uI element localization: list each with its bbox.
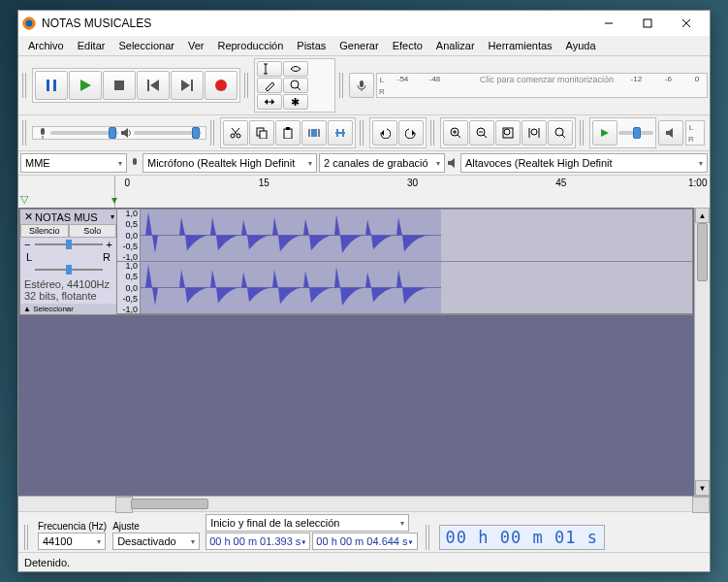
svg-line-48 xyxy=(458,135,460,138)
silence-button[interactable] xyxy=(328,120,353,146)
solo-button[interactable]: Solo xyxy=(69,224,117,238)
track-control-panel: ✕ NOTAS MUS ▾ Silencio Solo − + L xyxy=(20,210,117,314)
record-button[interactable] xyxy=(205,71,237,100)
timeshift-tool-button[interactable] xyxy=(257,94,282,110)
play-cursor-icon[interactable]: ▾ xyxy=(111,193,117,207)
zoom-toggle-button[interactable] xyxy=(548,120,573,146)
rec-meter-mic-icon[interactable] xyxy=(349,73,374,98)
grip-icon[interactable] xyxy=(210,120,216,146)
timeline-head: ▽ xyxy=(18,176,115,208)
menu-generar[interactable]: Generar xyxy=(333,38,384,53)
gain-slider[interactable]: − + xyxy=(20,238,116,251)
grip-icon[interactable] xyxy=(22,120,28,146)
selection-tool-button[interactable] xyxy=(257,61,282,77)
draw-tool-button[interactable] xyxy=(257,78,282,93)
zoom-tool-button[interactable] xyxy=(283,78,308,93)
track-menu-button[interactable]: ▾ xyxy=(111,212,114,221)
menu-ver[interactable]: Ver xyxy=(182,38,210,53)
speed-slider[interactable] xyxy=(618,131,653,135)
close-button[interactable] xyxy=(667,11,706,36)
amplitude-scale: 1,0 0,5 0,0 -0,5 -1,0 xyxy=(117,210,141,261)
selection-start-field[interactable]: 00 h 00 m 01.393 s▾ xyxy=(206,533,310,550)
copy-button[interactable] xyxy=(249,120,274,146)
rec-volume-slider[interactable] xyxy=(50,131,118,135)
redo-button[interactable] xyxy=(398,120,424,146)
scroll-up-button[interactable]: ▲ xyxy=(695,208,710,223)
skip-end-button[interactable] xyxy=(171,71,204,100)
play-device-combo[interactable]: Altavoces (Realtek High Definit▾ xyxy=(460,153,708,173)
rec-device-combo[interactable]: Micrófono (Realtek High Definit▾ xyxy=(142,153,317,173)
paste-button[interactable] xyxy=(275,120,301,146)
project-rate-combo[interactable]: 44100▾ xyxy=(38,533,106,550)
waveform-left-channel[interactable]: 1,0 0,5 0,0 -0,5 -1,0 xyxy=(117,210,692,262)
transport-group xyxy=(32,68,240,103)
stop-button[interactable] xyxy=(103,71,136,100)
fit-selection-button[interactable] xyxy=(495,120,521,146)
snap-combo[interactable]: Desactivado▾ xyxy=(112,533,200,550)
playback-meter[interactable]: L R xyxy=(685,120,705,146)
track-waveform-area[interactable]: 1,0 0,5 0,0 -0,5 -1,0 xyxy=(117,210,692,314)
play-at-speed-button[interactable] xyxy=(592,120,617,146)
timeline-ruler[interactable]: ▾ 0 15 30 45 1:00 xyxy=(115,176,710,208)
menu-seleccionar[interactable]: Seleccionar xyxy=(112,38,179,53)
grip-icon[interactable] xyxy=(430,120,436,146)
undo-button[interactable] xyxy=(372,120,397,146)
waveform-right-channel[interactable]: 1,0 0,5 0,0 -0,5 -1,0 xyxy=(117,262,692,314)
tools-group: ✱ xyxy=(254,58,335,113)
vertical-scrollbar[interactable]: ▲ ▼ xyxy=(694,208,710,496)
scroll-thumb[interactable] xyxy=(131,499,208,509)
grip-icon[interactable] xyxy=(580,120,586,146)
menu-reproduccion[interactable]: Reproducción xyxy=(211,38,289,53)
zoom-out-button[interactable] xyxy=(469,120,494,146)
waveform-svg xyxy=(141,210,441,261)
pause-button[interactable] xyxy=(35,71,68,100)
svg-marker-11 xyxy=(150,80,159,91)
selection-mode-combo[interactable]: Inicio y final de la selección▾ xyxy=(206,514,409,532)
svg-point-18 xyxy=(291,81,299,88)
horizontal-scrollbar[interactable] xyxy=(115,497,710,511)
audio-position-display[interactable]: 00 h 00 m 01 s xyxy=(439,525,605,550)
menu-pistas[interactable]: Pistas xyxy=(291,38,332,53)
multi-tool-button[interactable]: ✱ xyxy=(283,94,308,110)
zoom-in-button[interactable] xyxy=(443,120,468,146)
skip-start-button[interactable] xyxy=(137,71,170,100)
svg-marker-59 xyxy=(601,129,609,137)
track-close-button[interactable]: ✕ xyxy=(22,210,35,223)
titlebar: NOTAS MUSICALES xyxy=(18,11,710,36)
menu-ayuda[interactable]: Ayuda xyxy=(560,38,602,53)
svg-line-19 xyxy=(298,87,301,90)
track-name[interactable]: NOTAS MUS xyxy=(35,211,98,223)
grip-icon[interactable] xyxy=(24,525,30,550)
timeline[interactable]: ▽ ▾ 0 15 30 45 1:00 xyxy=(18,175,710,208)
menu-archivo[interactable]: Archivo xyxy=(22,38,70,53)
menu-efecto[interactable]: Efecto xyxy=(387,38,428,53)
pin-icon[interactable]: ▽ xyxy=(20,193,28,206)
trim-button[interactable] xyxy=(301,120,327,146)
menu-herramientas[interactable]: Herramientas xyxy=(483,38,558,53)
grip-icon[interactable] xyxy=(244,73,250,98)
menu-analizar[interactable]: Analizar xyxy=(430,38,481,53)
play-volume-slider[interactable] xyxy=(134,131,202,135)
play-button[interactable] xyxy=(69,71,102,100)
grip-icon[interactable] xyxy=(339,73,345,98)
minimize-button[interactable] xyxy=(589,11,628,36)
selection-end-field[interactable]: 00 h 00 m 04.644 s▾ xyxy=(312,533,417,550)
track-collapse-button[interactable]: ▲ Seleccionar xyxy=(20,304,116,314)
play-meter-speaker-icon[interactable] xyxy=(658,120,683,146)
mute-button[interactable]: Silencio xyxy=(20,224,69,238)
app-window: NOTAS MUSICALES Archivo Editar Seleccion… xyxy=(17,10,711,572)
maximize-button[interactable] xyxy=(628,11,667,36)
envelope-tool-button[interactable] xyxy=(283,61,308,77)
fit-project-button[interactable] xyxy=(522,120,547,146)
grip-icon[interactable] xyxy=(426,525,431,550)
rec-channels-combo[interactable]: 2 canales de grabació▾ xyxy=(319,153,445,173)
recording-meter[interactable]: L -54 -48 -12 -6 0 Clic para comenzar mo… xyxy=(376,73,708,98)
scroll-thumb[interactable] xyxy=(697,223,708,281)
menu-editar[interactable]: Editar xyxy=(72,38,111,53)
cut-button[interactable] xyxy=(223,120,248,146)
grip-icon[interactable] xyxy=(360,120,365,146)
grip-icon[interactable] xyxy=(22,73,28,98)
scroll-down-button[interactable]: ▼ xyxy=(695,480,710,496)
pan-slider[interactable] xyxy=(20,263,116,276)
audio-host-combo[interactable]: MME▾ xyxy=(20,153,127,173)
